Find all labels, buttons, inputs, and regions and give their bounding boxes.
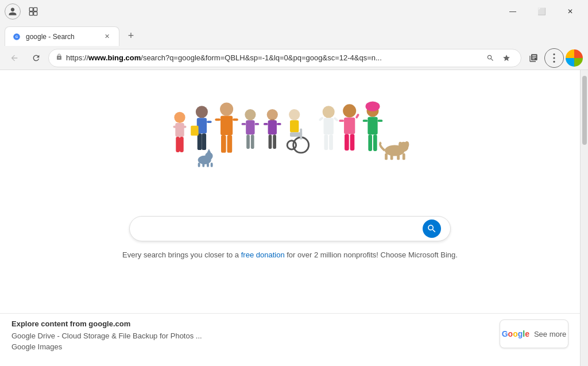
svg-point-6 xyxy=(553,53,555,55)
see-more-card[interactable]: Google See more xyxy=(500,319,568,348)
svg-rect-24 xyxy=(227,135,233,153)
svg-rect-29 xyxy=(246,134,250,149)
svg-rect-23 xyxy=(221,135,226,153)
svg-rect-28 xyxy=(246,120,254,134)
explore-link-2[interactable]: Google Images xyxy=(11,342,500,351)
refresh-button[interactable] xyxy=(26,48,46,68)
svg-point-33 xyxy=(267,109,278,120)
bing-copilot-button[interactable] xyxy=(565,49,583,67)
title-bar: — ⬜ ✕ xyxy=(0,0,588,23)
svg-rect-73 xyxy=(403,153,405,160)
browser-content: Every search brings you closer to a free… xyxy=(0,70,580,366)
minimize-button[interactable]: — xyxy=(500,3,526,20)
svg-rect-47 xyxy=(324,118,334,134)
svg-rect-78 xyxy=(198,163,200,167)
svg-point-75 xyxy=(205,152,212,160)
see-more-text: See more xyxy=(534,330,566,338)
close-button[interactable]: ✕ xyxy=(557,3,583,20)
scrollbar-track[interactable] xyxy=(580,70,588,366)
svg-point-69 xyxy=(399,142,402,148)
svg-point-68 xyxy=(405,141,409,148)
bing-illustration xyxy=(146,99,434,202)
svg-point-15 xyxy=(196,106,208,118)
svg-rect-81 xyxy=(211,163,213,167)
svg-rect-12 xyxy=(180,137,184,152)
explore-link-1[interactable]: Google Drive - Cloud Storage & File Back… xyxy=(11,332,500,340)
tab-title: google - Search xyxy=(26,33,97,41)
nav-bar: https://www.bing.com/search?q=google&for… xyxy=(0,46,588,70)
svg-rect-61 xyxy=(368,117,377,134)
svg-point-8 xyxy=(553,60,555,62)
explore-section: Explore content from google.com Google D… xyxy=(0,313,580,359)
svg-rect-13 xyxy=(173,126,177,128)
svg-point-9 xyxy=(174,112,185,123)
svg-rect-41 xyxy=(290,120,299,132)
bing-tagline: Every search brings you closer to a free… xyxy=(122,251,458,259)
svg-rect-31 xyxy=(242,123,246,125)
svg-rect-65 xyxy=(378,120,383,122)
svg-rect-19 xyxy=(207,121,212,123)
window-controls: — ⬜ ✕ xyxy=(500,3,583,20)
svg-rect-62 xyxy=(368,134,372,151)
svg-rect-39 xyxy=(277,123,281,125)
bing-search-box[interactable] xyxy=(129,216,451,241)
svg-rect-35 xyxy=(268,120,277,134)
svg-point-40 xyxy=(289,109,300,120)
svg-rect-71 xyxy=(390,153,393,160)
collections-button[interactable] xyxy=(524,48,543,68)
svg-text:G: G xyxy=(16,35,18,38)
bing-search-button[interactable] xyxy=(423,219,441,238)
svg-point-52 xyxy=(343,104,356,117)
svg-rect-26 xyxy=(215,118,220,121)
svg-rect-49 xyxy=(329,134,333,150)
tab-bar: G google - Search ✕ + xyxy=(0,23,588,46)
free-donation-link[interactable]: free donation xyxy=(241,251,285,259)
address-text: https://www.bing.com/search?q=google&for… xyxy=(66,53,479,62)
tab-manager-button[interactable] xyxy=(25,3,41,20)
svg-rect-17 xyxy=(198,133,202,150)
svg-rect-18 xyxy=(202,133,206,150)
svg-rect-45 xyxy=(300,129,302,140)
svg-rect-53 xyxy=(344,117,355,134)
svg-rect-38 xyxy=(264,123,268,125)
svg-rect-56 xyxy=(355,113,360,118)
svg-rect-48 xyxy=(324,134,328,150)
svg-rect-60 xyxy=(370,103,375,107)
more-button[interactable] xyxy=(544,48,564,68)
svg-rect-25 xyxy=(233,118,238,121)
explore-content: Explore content from google.com Google D… xyxy=(11,319,500,353)
tab-favicon: G xyxy=(12,32,21,41)
svg-rect-14 xyxy=(182,126,187,128)
active-tab[interactable]: G google - Search ✕ xyxy=(5,26,119,46)
new-tab-button[interactable]: + xyxy=(122,26,140,45)
title-bar-left xyxy=(5,3,41,20)
svg-rect-64 xyxy=(363,120,368,122)
svg-rect-32 xyxy=(255,123,260,125)
svg-rect-70 xyxy=(385,153,388,160)
favorite-icon[interactable] xyxy=(499,51,514,66)
search-address-icon[interactable] xyxy=(483,51,498,66)
tab-close-button[interactable]: ✕ xyxy=(102,32,112,42)
svg-rect-50 xyxy=(319,117,324,121)
address-bar[interactable]: https://www.bing.com/search?q=google&for… xyxy=(48,49,521,67)
svg-point-21 xyxy=(220,102,233,115)
svg-rect-55 xyxy=(350,134,355,151)
svg-rect-63 xyxy=(373,134,377,151)
svg-point-43 xyxy=(287,141,296,149)
user-icon[interactable] xyxy=(5,3,21,20)
svg-rect-54 xyxy=(345,134,349,151)
back-button[interactable] xyxy=(5,48,24,68)
svg-rect-79 xyxy=(202,163,204,167)
svg-rect-22 xyxy=(220,116,233,136)
google-logo-text: Google xyxy=(502,329,529,338)
svg-rect-1 xyxy=(34,7,37,11)
svg-rect-72 xyxy=(397,153,400,160)
svg-rect-57 xyxy=(339,120,344,122)
svg-point-46 xyxy=(323,106,335,118)
scrollbar-thumb[interactable] xyxy=(582,76,587,145)
maximize-button[interactable]: ⬜ xyxy=(528,3,555,20)
bing-search-input[interactable] xyxy=(139,224,423,234)
lock-icon xyxy=(56,53,63,62)
svg-rect-30 xyxy=(251,134,254,149)
svg-rect-3 xyxy=(34,12,37,16)
